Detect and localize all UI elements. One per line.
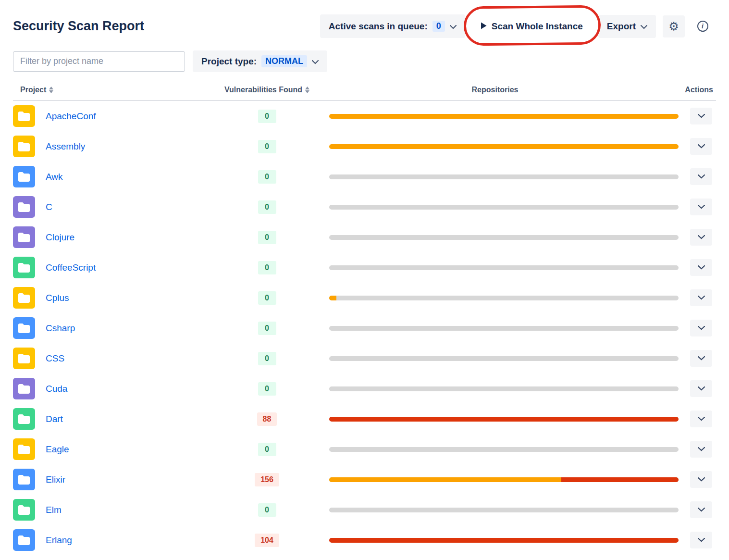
folder-icon [13,348,35,369]
row-actions-button[interactable] [690,199,712,215]
vuln-badge: 156 [255,473,279,486]
folder-icon [13,136,35,157]
table-header: Project Vulnerabilities Found Repositori… [13,86,716,101]
folder-icon [13,469,35,490]
folder-icon [13,438,35,460]
row-actions-button[interactable] [690,108,712,124]
vuln-badge: 0 [258,443,276,456]
project-type-dropdown[interactable]: Project type: NORMAL [193,50,327,72]
row-actions-button[interactable] [690,380,712,397]
active-scans-dropdown[interactable]: Active scans in queue: 0 [320,14,465,38]
vuln-badge: 0 [258,382,276,396]
row-actions-button[interactable] [690,320,712,336]
table-row: CoffeeScript 0 [13,252,716,283]
row-actions-button[interactable] [690,350,712,367]
chevron-down-icon [641,21,647,32]
chevron-down-icon [698,112,705,120]
folder-icon [13,317,35,339]
row-actions-button[interactable] [690,229,712,246]
chevron-down-icon [698,264,705,271]
info-icon: i [697,21,708,32]
table-row: ApacheConf 0 [13,101,716,131]
table-row: Eagle 0 [13,434,716,464]
repo-bar-track [329,508,679,512]
project-link[interactable]: CSS [46,353,64,363]
chevron-down-icon [698,173,705,180]
export-dropdown[interactable]: Export [598,15,656,38]
column-header-repositories: Repositories [311,86,679,94]
vuln-badge: 0 [258,261,276,274]
repo-bar-track [329,174,679,179]
chevron-down-icon [698,446,705,453]
project-filter-input[interactable] [13,51,185,72]
security-scan-report-page: Security Scan Report Active scans in que… [0,0,729,560]
project-link[interactable]: Eagle [46,444,69,454]
active-scans-label: Active scans in queue: [329,21,428,32]
folder-icon [13,196,35,218]
row-actions-button[interactable] [690,259,712,276]
folder-icon [13,226,35,248]
project-link[interactable]: Elm [46,505,62,515]
project-link[interactable]: Cuda [46,384,67,394]
row-actions-button[interactable] [690,441,712,458]
chevron-down-icon [450,21,457,32]
folder-icon [13,257,35,278]
row-actions-button[interactable] [690,471,712,488]
chevron-down-icon [698,415,705,423]
page-title: Security Scan Report [13,19,144,34]
project-link[interactable]: Assembly [46,141,85,151]
table-row: C 0 [13,192,716,222]
project-link[interactable]: Clojure [46,232,74,242]
chevron-down-icon [698,355,705,362]
project-link[interactable]: Awk [46,172,63,182]
folder-icon [13,378,35,399]
table-row: Erlang 104 [13,525,716,555]
gear-icon: ⚙ [668,21,679,32]
column-header-vulnerabilities[interactable]: Vulnerabilities Found [222,86,311,94]
repo-bar-track [329,144,679,149]
active-scans-count: 0 [432,21,445,32]
chevron-down-icon [698,294,705,301]
chevron-down-icon [698,324,705,332]
vuln-badge: 0 [258,291,276,305]
project-link[interactable]: Erlang [46,535,72,545]
repo-bar-track [329,235,679,240]
repo-bar-track [329,326,679,331]
row-actions-button[interactable] [690,168,712,185]
sort-icon [305,87,309,93]
folder-icon [13,529,35,551]
chevron-down-icon [698,143,705,150]
vuln-badge: 88 [257,412,277,426]
project-link[interactable]: Csharp [46,323,75,333]
project-link[interactable]: C [46,202,52,212]
folder-icon [13,408,35,430]
table-body: ApacheConf 0 Assembly 0 [13,101,716,555]
vuln-badge: 0 [258,140,276,153]
export-label: Export [607,21,636,32]
project-link[interactable]: ApacheConf [46,111,96,121]
row-actions-button[interactable] [690,138,712,155]
repo-bar-track [329,386,679,391]
row-actions-button[interactable] [690,501,712,518]
chevron-down-icon [698,536,705,544]
play-icon [481,21,487,32]
top-actions: Active scans in queue: 0 Scan Whole Inst… [320,14,714,38]
chevron-down-icon [698,506,705,513]
chevron-down-icon [698,385,705,392]
repo-bar-track [329,296,679,300]
row-actions-button[interactable] [690,289,712,306]
project-link[interactable]: Cplus [46,293,69,303]
project-link[interactable]: Elixir [46,474,65,485]
chevron-down-icon [698,203,705,211]
vuln-badge: 0 [258,110,276,123]
column-header-project[interactable]: Project [13,86,222,94]
settings-button[interactable]: ⚙ [663,15,685,37]
row-actions-button[interactable] [690,411,712,427]
project-link[interactable]: Dart [46,414,63,424]
chevron-down-icon [698,234,705,241]
table-row: Elm 0 [13,495,716,525]
scan-whole-instance-button[interactable]: Scan Whole Instance [472,15,592,38]
info-button[interactable]: i [692,15,714,37]
row-actions-button[interactable] [690,532,712,548]
project-link[interactable]: CoffeeScript [46,262,96,273]
